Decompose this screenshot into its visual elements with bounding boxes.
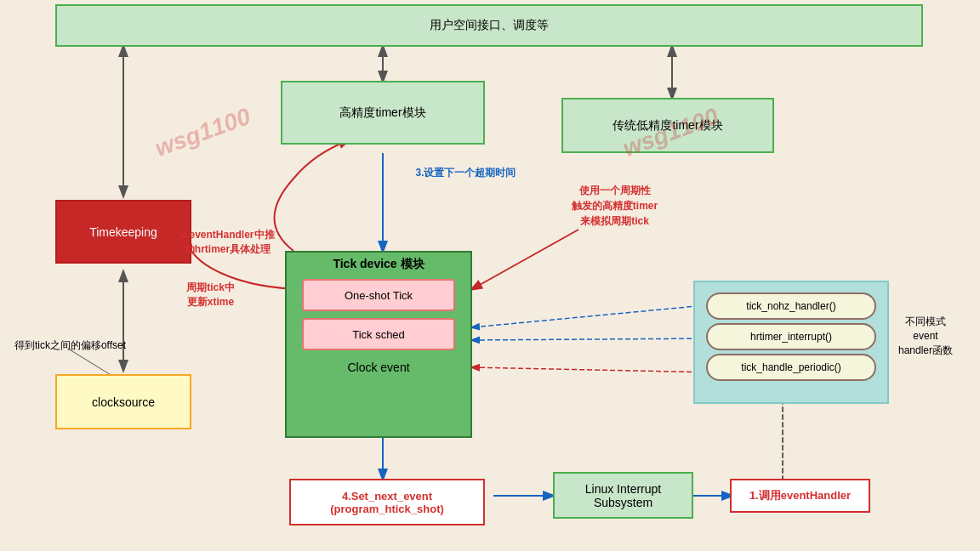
clocksource-label: clocksource: [92, 395, 155, 409]
tick-nohz-handler-box: tick_nohz_handler(): [706, 293, 876, 320]
tick-handle-periodic-label: tick_handle_periodic(): [741, 361, 840, 373]
svg-line-13: [472, 230, 578, 289]
high-precision-label: 高精度timer模块: [339, 105, 425, 121]
tick-device-label: Tick device 模块: [291, 257, 466, 272]
watermark-1: wsg1100: [151, 103, 254, 162]
simulate-tick-label: 使用一个周期性 触发的高精度timer 来模拟周期tick: [540, 183, 689, 229]
hrtimer-interrupt-label: hrtimer_interrupt(): [750, 331, 832, 343]
call-event-handler-label: 1.调用eventHandler: [749, 488, 851, 503]
high-precision-box: 高精度timer模块: [281, 81, 485, 145]
clocksource-box: clocksource: [55, 374, 191, 429]
call-event-handler-box: 1.调用eventHandler: [730, 479, 870, 513]
step3-label: 3.设置下一个超期时间: [396, 166, 536, 180]
timekeeping-label: Timekeeping: [89, 225, 157, 239]
handler-container: tick_nohz_handler() hrtimer_interrupt() …: [693, 281, 889, 404]
tick-nohz-label: tick_nohz_handler(): [746, 300, 835, 312]
offset-label: 得到tick之间的偏移offset: [4, 338, 136, 353]
svg-line-8: [472, 304, 715, 327]
clock-event-inner-label: Clock event: [291, 361, 466, 374]
tick-sched-label: Tick sched: [352, 328, 405, 341]
arrows-overlay: [0, 0, 980, 551]
tick-handle-periodic-box: tick_handle_periodic(): [706, 354, 876, 381]
linux-interrupt-box: Linux Interrupt Subsystem: [553, 472, 693, 519]
svg-line-10: [472, 367, 715, 372]
linux-interrupt-label: Linux Interrupt Subsystem: [585, 482, 662, 509]
handler-container-label: 不同模式 event handler函数: [892, 315, 960, 357]
oneshot-box: One-shot Tick: [302, 279, 455, 311]
set-next-event-box: 4.Set_next_event (program_htick_shot): [289, 479, 485, 525]
svg-line-9: [472, 338, 715, 340]
periodic-tick-label: 周期tick中 更新xtime: [149, 281, 272, 310]
user-space-box: 用户空间接口、调度等: [55, 4, 923, 47]
set-next-event-label: 4.Set_next_event (program_htick_shot): [330, 490, 444, 515]
low-precision-box: 传统低精度timer模块: [561, 98, 774, 153]
user-space-label: 用户空间接口、调度等: [430, 18, 549, 33]
oneshot-label: One-shot Tick: [345, 289, 413, 302]
tick-sched-box: Tick sched: [302, 318, 455, 350]
diagram: 用户空间接口、调度等 高精度timer模块 传统低精度timer模块 Timek…: [0, 0, 980, 551]
hrtimer-interrupt-box: hrtimer_interrupt(): [706, 323, 876, 350]
tick-device-box: Tick device 模块 One-shot Tick Tick sched …: [285, 251, 472, 438]
step2-label: 2.eventHandler中推 动hrtimer具体处理: [157, 228, 298, 257]
low-precision-label: 传统低精度timer模块: [612, 118, 722, 133]
